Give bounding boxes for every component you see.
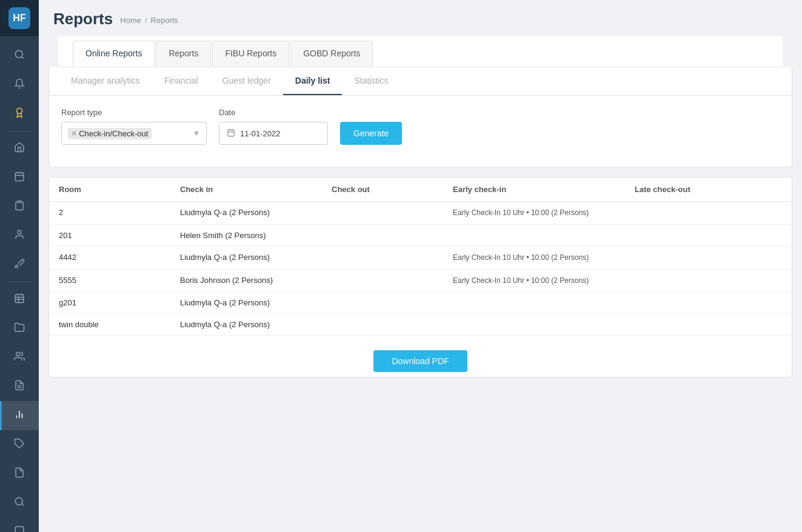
- receipt-icon: [14, 380, 25, 394]
- sidebar-bottom: [0, 488, 39, 532]
- sidebar-item-notifications[interactable]: [0, 70, 39, 99]
- sidebar-item-clipboard[interactable]: [0, 192, 39, 221]
- svg-line-23: [21, 504, 23, 505]
- breadcrumb-home: Home: [120, 16, 141, 25]
- sidebar-item-award[interactable]: [0, 99, 39, 128]
- remove-tag-icon[interactable]: ×: [72, 129, 76, 138]
- tag-value: Check-in/Check-out: [79, 129, 148, 138]
- page-title: Reports: [53, 10, 113, 28]
- table-row: 4442 Liudmyla Q-a (2 Persons) Early Chec…: [49, 247, 792, 270]
- tab-guest-ledger[interactable]: Guest ledger: [210, 67, 283, 95]
- cell-room: 4442: [59, 253, 180, 262]
- sidebar-item-user-search[interactable]: [0, 488, 39, 517]
- award-icon: [14, 107, 25, 121]
- date-group: Date 11-01-2022: [219, 108, 328, 145]
- reports-icon: [14, 409, 25, 423]
- people-icon: [14, 351, 25, 365]
- svg-rect-26: [228, 130, 235, 136]
- date-value: 11-01-2022: [240, 129, 281, 138]
- data-table: Room Check in Check out Early check-in L…: [48, 177, 792, 377]
- col-late-checkout: Late check-out: [635, 185, 756, 194]
- sidebar-item-search[interactable]: [0, 41, 39, 70]
- svg-point-2: [17, 108, 22, 113]
- report-type-select[interactable]: × Check-in/Check-out ▼: [61, 122, 207, 145]
- svg-point-15: [16, 352, 20, 356]
- table-header-row: Room Check in Check out Early check-in L…: [49, 178, 792, 202]
- folder-icon: [14, 322, 25, 336]
- breadcrumb: Home / Reports: [120, 13, 178, 25]
- cell-room: g201: [59, 298, 180, 307]
- cell-checkin: Boris Johnson (2 Persons): [180, 276, 332, 285]
- tab-gobd-reports[interactable]: GOBD Reports: [290, 41, 373, 67]
- tab-manager-analytics[interactable]: Manager analytics: [59, 67, 152, 95]
- cell-checkin: Liudmyla Q-a (2 Persons): [180, 320, 332, 329]
- sidebar-item-messages[interactable]: [0, 517, 39, 532]
- report-type-label: Report type: [61, 108, 207, 117]
- svg-rect-9: [15, 294, 24, 303]
- doc-icon: [14, 467, 25, 481]
- table-row: 5555 Boris Johnson (2 Persons) Early Che…: [49, 270, 792, 293]
- table-row: 2 Liudmyla Q-a (2 Persons) Early Check-I…: [49, 202, 792, 225]
- sidebar-item-housekeeping[interactable]: [0, 250, 39, 279]
- col-checkin: Check in: [180, 185, 332, 194]
- cell-checkin: Helen Smith (2 Persons): [180, 231, 332, 240]
- sidebar-nav: [0, 36, 39, 488]
- cell-room: twin double: [59, 320, 180, 329]
- brush-icon: [14, 258, 25, 272]
- breadcrumb-separator: /: [145, 16, 147, 25]
- breadcrumb-current: Reports: [151, 16, 179, 25]
- search-icon: [14, 49, 25, 63]
- outer-tabs-container: Online Reports Reports FIBU Reports GOBD…: [39, 36, 802, 67]
- col-checkout: Check out: [332, 185, 453, 194]
- message-icon: [14, 525, 25, 533]
- svg-rect-7: [18, 201, 21, 202]
- svg-rect-3: [15, 173, 24, 181]
- content-card: Manager analytics Financial Guest ledger…: [48, 67, 792, 167]
- active-indicator: [0, 401, 2, 430]
- report-type-group: Report type × Check-in/Check-out ▼: [61, 108, 207, 145]
- sidebar-item-reports[interactable]: [0, 401, 39, 430]
- cell-early-checkin: Early Check-In 10 Uhr • 10:00 (2 Persons…: [453, 276, 635, 286]
- sidebar-divider-2: [7, 282, 32, 282]
- svg-point-0: [15, 50, 22, 58]
- table-cal-icon: [14, 293, 25, 307]
- user-search-icon: [14, 496, 25, 510]
- page-header: Reports Home / Reports: [39, 0, 802, 36]
- sidebar-item-billing[interactable]: [0, 372, 39, 401]
- logo-icon: HF: [8, 7, 30, 29]
- svg-point-22: [15, 497, 22, 505]
- tab-statistics[interactable]: Statistics: [342, 67, 400, 95]
- svg-point-8: [18, 230, 21, 234]
- sidebar: HF: [0, 0, 39, 532]
- home-icon: [14, 142, 25, 156]
- table-row: 201 Helen Smith (2 Persons): [49, 225, 792, 247]
- sidebar-logo[interactable]: HF: [0, 0, 39, 36]
- calendar-icon: [14, 171, 25, 185]
- tab-daily-list[interactable]: Daily list: [283, 67, 343, 95]
- sidebar-item-staff[interactable]: [0, 343, 39, 372]
- sidebar-item-calendar[interactable]: [0, 163, 39, 192]
- download-area: Download PDF: [49, 336, 792, 377]
- tab-fibu-reports[interactable]: FIBU Reports: [212, 41, 289, 67]
- dropdown-arrow-icon: ▼: [193, 129, 200, 138]
- sidebar-item-documents[interactable]: [0, 459, 39, 488]
- generate-button[interactable]: Generate: [340, 122, 402, 145]
- cell-early-checkin: Early Check-In 10 Uhr • 10:00 (2 Persons…: [453, 208, 635, 218]
- tab-financial[interactable]: Financial: [152, 67, 210, 95]
- tab-reports[interactable]: Reports: [156, 41, 211, 67]
- sidebar-item-guests[interactable]: [0, 221, 39, 250]
- sidebar-item-tags[interactable]: [0, 430, 39, 459]
- date-input[interactable]: 11-01-2022: [219, 122, 328, 145]
- person-icon: [14, 229, 25, 243]
- sidebar-item-reservations[interactable]: [0, 285, 39, 314]
- tab-online-reports[interactable]: Online Reports: [73, 41, 155, 67]
- sidebar-item-files[interactable]: [0, 314, 39, 343]
- download-pdf-button[interactable]: Download PDF: [373, 350, 467, 372]
- cell-room: 5555: [59, 276, 180, 285]
- cell-checkin: Liudmyla Q-a (2 Persons): [180, 253, 332, 262]
- clipboard-icon: [14, 200, 25, 214]
- calendar-input-icon: [227, 128, 235, 139]
- table-row: g201 Liudmyla Q-a (2 Persons): [49, 292, 792, 314]
- sidebar-item-home[interactable]: [0, 134, 39, 163]
- inner-tabs: Manager analytics Financial Guest ledger…: [49, 67, 792, 96]
